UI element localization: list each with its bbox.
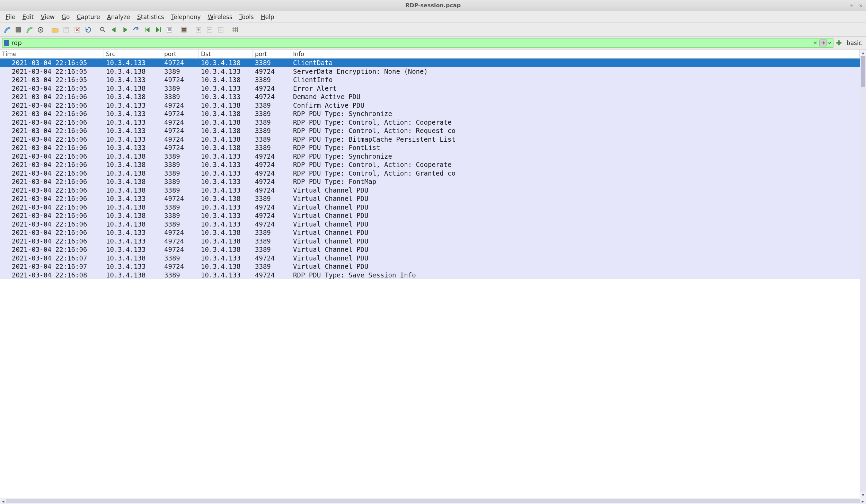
clear-filter-icon[interactable]: ✕ xyxy=(812,39,819,46)
menu-statistics[interactable]: Statistics xyxy=(134,12,168,22)
apply-filter-icon[interactable] xyxy=(819,39,827,46)
scroll-up-icon[interactable]: ▴ xyxy=(860,50,866,56)
packet-row[interactable]: 2021-03-04 22:16:0610.3.4.1334972410.3.4… xyxy=(0,194,860,203)
packet-row[interactable]: 2021-03-04 22:16:0610.3.4.1334972410.3.4… xyxy=(0,237,860,246)
packet-row[interactable]: 2021-03-04 22:16:0610.3.4.138338910.3.4.… xyxy=(0,92,860,101)
packet-row[interactable]: 2021-03-04 22:16:0610.3.4.138338910.3.4.… xyxy=(0,177,860,186)
packet-row[interactable]: 2021-03-04 22:16:0510.3.4.138338910.3.4.… xyxy=(0,67,860,76)
go-back-icon[interactable] xyxy=(109,25,119,35)
minimize-button[interactable]: – xyxy=(840,3,846,8)
window-buttons: – + × xyxy=(840,0,864,11)
go-last-packet-icon[interactable] xyxy=(153,25,164,35)
scroll-track[interactable] xyxy=(860,56,866,492)
column-header-src[interactable]: Src xyxy=(104,50,162,58)
cell-time: 2021-03-04 22:16:06 xyxy=(0,101,104,110)
scroll-left-icon[interactable]: ◂ xyxy=(0,498,6,504)
reload-file-icon[interactable] xyxy=(83,25,94,35)
cell-dport: 49724 xyxy=(253,271,291,280)
packet-row[interactable]: 2021-03-04 22:16:0610.3.4.138338910.3.4.… xyxy=(0,186,860,195)
close-button[interactable]: × xyxy=(858,3,864,8)
add-filter-button-icon[interactable]: ✚ xyxy=(836,39,842,46)
zoom-reset-icon[interactable]: 1 xyxy=(215,25,226,35)
scroll-thumb-h[interactable] xyxy=(6,499,860,503)
go-forward-icon[interactable] xyxy=(120,25,130,35)
packet-row[interactable]: 2021-03-04 22:16:0710.3.4.1334972410.3.4… xyxy=(0,262,860,271)
stop-capture-icon[interactable] xyxy=(13,25,24,35)
column-header-info[interactable]: Info xyxy=(291,50,860,58)
bookmark-icon[interactable] xyxy=(4,40,9,46)
packet-row[interactable]: 2021-03-04 22:16:0610.3.4.138338910.3.4.… xyxy=(0,169,860,178)
close-file-icon[interactable] xyxy=(72,25,82,35)
cell-info: RDP PDU Type: Control, Action: Cooperate xyxy=(291,160,860,169)
colorize-packets-icon[interactable] xyxy=(179,25,189,35)
menu-analyze[interactable]: Analyze xyxy=(104,12,134,22)
scroll-right-icon[interactable]: ▸ xyxy=(860,498,866,504)
scroll-down-icon[interactable]: ▾ xyxy=(860,492,866,498)
cell-dport: 3389 xyxy=(253,228,291,237)
menu-tools[interactable]: Tools xyxy=(236,12,257,22)
open-file-icon[interactable] xyxy=(50,25,60,35)
packet-row[interactable]: 2021-03-04 22:16:0610.3.4.138338910.3.4.… xyxy=(0,211,860,220)
cell-info: Virtual Channel PDU xyxy=(291,245,860,254)
cell-dst: 10.3.4.138 xyxy=(199,143,253,152)
scroll-thumb[interactable] xyxy=(861,56,865,87)
start-capture-icon[interactable] xyxy=(2,25,12,35)
packet-row[interactable]: 2021-03-04 22:16:0610.3.4.138338910.3.4.… xyxy=(0,203,860,212)
packet-row[interactable]: 2021-03-04 22:16:0610.3.4.1334972410.3.4… xyxy=(0,245,860,254)
menu-capture[interactable]: Capture xyxy=(73,12,104,22)
packet-row[interactable]: 2021-03-04 22:16:0610.3.4.1334972410.3.4… xyxy=(0,109,860,118)
svg-rect-15 xyxy=(182,29,186,30)
scroll-track-h[interactable] xyxy=(6,498,860,504)
packet-row[interactable]: 2021-03-04 22:16:0510.3.4.1334972410.3.4… xyxy=(0,59,860,67)
packet-row[interactable]: 2021-03-04 22:16:0710.3.4.138338910.3.4.… xyxy=(0,254,860,263)
filter-history-dropdown-icon[interactable] xyxy=(827,41,832,45)
go-first-packet-icon[interactable] xyxy=(142,25,152,35)
cell-dst: 10.3.4.138 xyxy=(199,118,253,127)
filter-basic-label[interactable]: basic xyxy=(845,39,864,46)
column-header-sport[interactable]: port xyxy=(162,50,199,58)
svg-rect-16 xyxy=(182,30,186,31)
menu-view[interactable]: View xyxy=(37,12,58,22)
column-header-dst[interactable]: Dst xyxy=(199,50,253,58)
zoom-out-icon[interactable] xyxy=(204,25,215,35)
restart-capture-icon[interactable] xyxy=(24,25,35,35)
display-filter-input[interactable] xyxy=(11,39,812,47)
cell-dport: 3389 xyxy=(253,245,291,254)
goto-packet-icon[interactable] xyxy=(131,25,141,35)
packet-row[interactable]: 2021-03-04 22:16:0610.3.4.1334972410.3.4… xyxy=(0,118,860,127)
packet-row[interactable]: 2021-03-04 22:16:0610.3.4.1334972410.3.4… xyxy=(0,135,860,144)
packet-row[interactable]: 2021-03-04 22:16:0510.3.4.138338910.3.4.… xyxy=(0,84,860,93)
packet-row[interactable]: 2021-03-04 22:16:0810.3.4.138338910.3.4.… xyxy=(0,271,860,280)
menu-wireless[interactable]: Wireless xyxy=(204,12,236,22)
menu-file[interactable]: File xyxy=(2,12,19,22)
zoom-in-icon[interactable] xyxy=(193,25,204,35)
maximize-button[interactable]: + xyxy=(849,3,855,8)
packet-row[interactable]: 2021-03-04 22:16:0610.3.4.1334972410.3.4… xyxy=(0,143,860,152)
packet-row[interactable]: 2021-03-04 22:16:0610.3.4.138338910.3.4.… xyxy=(0,160,860,169)
cell-dst: 10.3.4.138 xyxy=(199,109,253,118)
display-filter-field[interactable]: ✕ xyxy=(2,38,833,48)
menu-go[interactable]: Go xyxy=(58,12,73,22)
capture-options-icon[interactable] xyxy=(35,25,46,35)
menu-edit[interactable]: Edit xyxy=(19,12,37,22)
resize-columns-icon[interactable] xyxy=(230,25,240,35)
menu-telephony[interactable]: Telephony xyxy=(168,12,204,22)
autoscroll-icon[interactable] xyxy=(164,25,175,35)
column-header-dport[interactable]: port xyxy=(253,50,291,58)
packet-row[interactable]: 2021-03-04 22:16:0610.3.4.1334972410.3.4… xyxy=(0,101,860,110)
packet-row[interactable]: 2021-03-04 22:16:0610.3.4.1334972410.3.4… xyxy=(0,228,860,237)
menu-help[interactable]: Help xyxy=(257,12,278,22)
packet-row[interactable]: 2021-03-04 22:16:0610.3.4.1334972410.3.4… xyxy=(0,126,860,135)
packet-row[interactable]: 2021-03-04 22:16:0510.3.4.1334972410.3.4… xyxy=(0,76,860,84)
cell-sport: 3389 xyxy=(162,220,199,229)
save-file-icon[interactable] xyxy=(61,25,71,35)
column-header-time[interactable]: Time xyxy=(0,50,104,58)
cell-sport: 49724 xyxy=(162,101,199,110)
find-packet-icon[interactable] xyxy=(98,25,108,35)
packet-row[interactable]: 2021-03-04 22:16:0610.3.4.138338910.3.4.… xyxy=(0,220,860,229)
vertical-scrollbar[interactable]: ▴ ▾ xyxy=(860,50,866,498)
horizontal-scrollbar[interactable]: ◂ ▸ xyxy=(0,498,866,504)
cell-sport: 49724 xyxy=(162,59,199,67)
svg-rect-12 xyxy=(168,30,171,31)
packet-row[interactable]: 2021-03-04 22:16:0610.3.4.138338910.3.4.… xyxy=(0,152,860,161)
